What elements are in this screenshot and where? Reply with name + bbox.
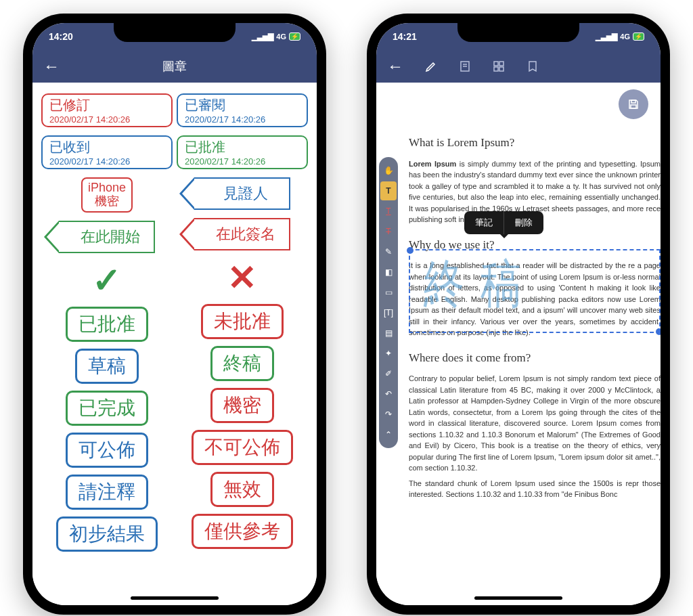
tool-collapse[interactable]: ⌃: [380, 425, 397, 444]
bookmark-icon[interactable]: [525, 59, 540, 74]
stamp-reviewed[interactable]: 已審閱 2020/02/17 14:20:26: [177, 93, 308, 127]
network-label: 4G: [620, 32, 630, 41]
stamp-confidential-iphone[interactable]: iPhone 機密: [81, 177, 133, 213]
phone-mockup-stamps: 14:20 ▁▃▅▇ 4G ⚡ ← 圖章 已修訂 2020/02/17 14:2…: [23, 14, 326, 615]
stamp-draft[interactable]: 草稿: [75, 349, 139, 384]
arrow-sign-here[interactable]: 在此簽名: [194, 218, 290, 250]
tool-text-strike[interactable]: T: [380, 222, 397, 241]
stamp-not-publishable[interactable]: 不可公佈: [192, 430, 293, 465]
notch: [114, 23, 236, 42]
header: ← 圖章: [32, 50, 317, 83]
svg-rect-5: [494, 67, 498, 71]
stamp-void[interactable]: 無效: [210, 472, 274, 507]
svg-rect-6: [499, 67, 504, 71]
page-icon[interactable]: [457, 59, 472, 74]
stamp-confidential[interactable]: 機密: [210, 388, 274, 423]
stamp-final[interactable]: 終稿: [210, 346, 274, 381]
paragraph-3: Contrary to popular belief, Lorem Ipsum …: [409, 373, 661, 474]
page-title: 圖章: [162, 58, 187, 74]
paragraph-4: The standard chunk of Lorem Ipsum used s…: [409, 478, 661, 500]
checkmark-icon[interactable]: ✓: [92, 260, 122, 301]
heading-3: Where does it come from?: [409, 349, 661, 367]
context-note[interactable]: 筆記: [464, 211, 504, 234]
stamp-completed[interactable]: 已完成: [66, 391, 148, 426]
cross-icon[interactable]: ✕: [227, 257, 257, 298]
svg-rect-8: [631, 105, 636, 108]
stamp-approved[interactable]: 已批准: [66, 307, 148, 342]
stamp-not-approved[interactable]: 未批准: [201, 304, 284, 339]
stamp-approved-ts[interactable]: 已批准 2020/02/17 14:20:26: [177, 135, 308, 169]
tool-textbox[interactable]: [T]: [380, 303, 397, 322]
svg-rect-7: [631, 100, 635, 103]
tool-pencil[interactable]: ✎: [380, 242, 397, 261]
stamp-received[interactable]: 已收到 2020/02/17 14:20:26: [41, 135, 173, 169]
tool-undo[interactable]: ↶: [380, 384, 397, 403]
annotation-toolbar: ✋ T T T ✎ ◧ ▭ [T] ▤ ✦ ✐ ↶ ↷ ⌃: [379, 157, 398, 448]
status-time: 14:20: [49, 31, 73, 42]
selection-handle[interactable]: [656, 328, 661, 335]
tool-text-underline[interactable]: T: [380, 202, 397, 221]
arrow-witness[interactable]: 見證人: [194, 177, 290, 210]
heading-1: What is Lorem Ipsum?: [409, 134, 661, 152]
home-indicator[interactable]: [474, 596, 562, 600]
context-menu: 筆記 刪除: [464, 211, 543, 234]
save-button[interactable]: [619, 89, 648, 119]
tool-rect[interactable]: ▭: [380, 283, 397, 302]
home-indicator[interactable]: [131, 596, 219, 600]
battery-icon: ⚡: [289, 32, 300, 41]
selection-box[interactable]: [409, 249, 661, 333]
back-icon[interactable]: ←: [43, 57, 60, 76]
status-right: ▁▃▅▇ 4G ⚡: [596, 32, 644, 41]
grid-icon[interactable]: [491, 59, 506, 74]
header: ←: [376, 50, 661, 83]
document-body: What is Lorem Ipsum? Lorem Ipsum is simp…: [376, 83, 661, 605]
stamp-please-annotate[interactable]: 請注釋: [66, 475, 148, 510]
stamp-reference-only[interactable]: 僅供參考: [192, 514, 293, 549]
tool-text-highlight[interactable]: T: [380, 181, 397, 200]
document-content[interactable]: ✋ T T T ✎ ◧ ▭ [T] ▤ ✦ ✐ ↶ ↷ ⌃ 筆記 刪除: [376, 83, 661, 605]
signal-icon: ▁▃▅▇: [252, 32, 273, 41]
network-label: 4G: [276, 32, 286, 41]
tool-hand[interactable]: ✋: [380, 161, 397, 180]
stamp-revised[interactable]: 已修訂 2020/02/17 14:20:26: [41, 93, 173, 127]
notch: [457, 23, 579, 42]
svg-rect-3: [494, 62, 498, 66]
status-right: ▁▃▅▇ 4G ⚡: [252, 32, 300, 41]
tool-stamp[interactable]: ✦: [380, 344, 397, 363]
stamp-publishable[interactable]: 可公佈: [66, 433, 148, 468]
selection-handle[interactable]: [407, 247, 413, 254]
back-icon[interactable]: ←: [387, 57, 403, 76]
battery-icon: ⚡: [633, 32, 644, 41]
tool-brush[interactable]: ✐: [380, 364, 397, 383]
tool-redo[interactable]: ↷: [380, 405, 397, 424]
tool-eraser[interactable]: ◧: [380, 263, 397, 282]
context-delete[interactable]: 刪除: [504, 211, 543, 234]
arrow-start-here[interactable]: 在此開始: [59, 221, 155, 253]
signal-icon: ▁▃▅▇: [596, 32, 617, 41]
stamp-preliminary[interactable]: 初步結果: [56, 516, 158, 552]
svg-rect-4: [499, 62, 504, 66]
phone-mockup-document: 14:21 ▁▃▅▇ 4G ⚡ ← ✋ T T: [367, 14, 670, 615]
tool-comment[interactable]: ▤: [380, 324, 397, 343]
stamps-content: 已修訂 2020/02/17 14:20:26 已收到 2020/02/17 1…: [32, 83, 317, 605]
pen-icon[interactable]: [424, 59, 439, 74]
status-time: 14:21: [393, 31, 417, 42]
